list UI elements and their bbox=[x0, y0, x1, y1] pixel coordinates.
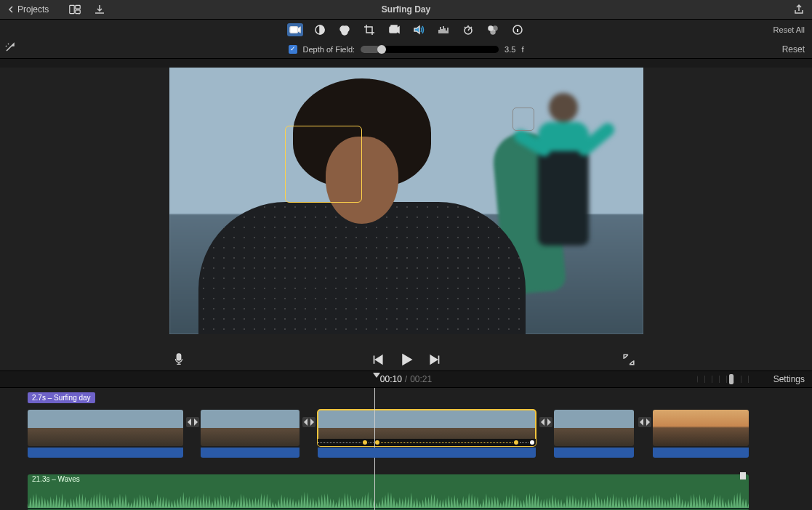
clip-audio-lane[interactable] bbox=[201, 448, 300, 458]
clip-audio-lane[interactable] bbox=[28, 448, 183, 458]
project-title: Surfing Day bbox=[382, 4, 430, 15]
video-clip[interactable] bbox=[201, 410, 300, 446]
next-button[interactable] bbox=[429, 353, 442, 366]
reset-button[interactable]: Reset bbox=[782, 44, 805, 54]
fullscreen-icon[interactable] bbox=[622, 353, 635, 366]
video-clip[interactable] bbox=[28, 410, 183, 446]
timecode-display: 00:10/00:21 bbox=[380, 374, 432, 384]
video-clip[interactable] bbox=[653, 410, 749, 446]
speed-icon[interactable] bbox=[460, 23, 476, 36]
focus-box-secondary[interactable] bbox=[512, 108, 534, 131]
timecode-row: 00:10/00:21 Settings bbox=[0, 371, 812, 388]
inspector-toolbar: Reset All bbox=[0, 20, 812, 40]
svg-point-13 bbox=[491, 30, 495, 34]
svg-rect-0 bbox=[70, 5, 74, 13]
title-bar: Projects Surfing Day bbox=[0, 0, 812, 20]
audio-clip[interactable]: 21.3s – Waves bbox=[28, 474, 749, 510]
media-library-icon[interactable] bbox=[69, 4, 81, 15]
transition-icon[interactable] bbox=[302, 417, 315, 427]
video-clip[interactable] bbox=[554, 410, 634, 446]
clip-audio-lane[interactable] bbox=[653, 448, 749, 458]
back-label: Projects bbox=[17, 4, 49, 15]
depth-label: Depth of Field: bbox=[303, 45, 355, 54]
clip-audio-lane[interactable] bbox=[318, 448, 536, 458]
back-to-projects[interactable]: Projects bbox=[7, 4, 49, 15]
depth-slider[interactable] bbox=[361, 46, 499, 53]
reset-all-button[interactable]: Reset All bbox=[773, 25, 805, 34]
clip-audio-lane[interactable] bbox=[554, 448, 634, 458]
color-correction-icon[interactable] bbox=[337, 23, 353, 36]
transport-controls bbox=[0, 353, 812, 366]
prev-button[interactable] bbox=[371, 353, 384, 366]
play-button[interactable] bbox=[400, 353, 413, 366]
crop-icon[interactable] bbox=[361, 23, 377, 36]
depth-checkbox[interactable] bbox=[289, 45, 297, 54]
voiceover-icon[interactable] bbox=[172, 353, 185, 366]
svg-rect-2 bbox=[76, 10, 80, 14]
timeline[interactable]: 2.7s – Surfing day 21.3s – Waves bbox=[0, 388, 812, 510]
svg-rect-8 bbox=[390, 27, 397, 33]
effects-icon[interactable] bbox=[485, 23, 501, 36]
import-icon[interactable] bbox=[94, 4, 105, 15]
svg-rect-9 bbox=[391, 25, 397, 27]
timeline-zoom-slider[interactable] bbox=[697, 376, 752, 383]
playhead-marker-icon[interactable] bbox=[373, 373, 380, 378]
info-icon[interactable] bbox=[510, 23, 526, 36]
share-icon[interactable] bbox=[793, 4, 805, 15]
audio-clip-label: 21.3s – Waves bbox=[31, 474, 81, 484]
depth-unit: f bbox=[521, 45, 523, 54]
color-balance-icon[interactable] bbox=[312, 23, 328, 36]
cinematic-icon[interactable] bbox=[287, 23, 303, 36]
noise-reduction-icon[interactable] bbox=[435, 23, 451, 36]
transition-icon[interactable] bbox=[186, 417, 199, 427]
svg-rect-3 bbox=[289, 27, 297, 33]
enhance-icon[interactable] bbox=[4, 41, 16, 53]
depth-of-field-row: Depth of Field: 3.5 f Reset bbox=[0, 40, 812, 59]
clip-end-marker[interactable] bbox=[740, 472, 746, 479]
stabilize-icon[interactable] bbox=[386, 23, 402, 36]
svg-rect-1 bbox=[76, 5, 80, 9]
viewer-area bbox=[0, 68, 812, 371]
waveform bbox=[28, 487, 749, 508]
transition-icon[interactable] bbox=[638, 417, 651, 427]
transition-icon[interactable] bbox=[539, 417, 552, 427]
focus-box-primary[interactable] bbox=[285, 126, 362, 203]
volume-icon[interactable] bbox=[411, 23, 427, 36]
depth-value: 3.5 bbox=[505, 45, 515, 54]
clip-title-badge: 2.7s – Surfing day bbox=[28, 392, 95, 403]
svg-point-7 bbox=[342, 29, 347, 35]
svg-rect-15 bbox=[177, 354, 180, 360]
video-clip[interactable] bbox=[318, 410, 536, 446]
settings-button[interactable]: Settings bbox=[773, 374, 805, 384]
video-viewer[interactable] bbox=[169, 68, 643, 334]
